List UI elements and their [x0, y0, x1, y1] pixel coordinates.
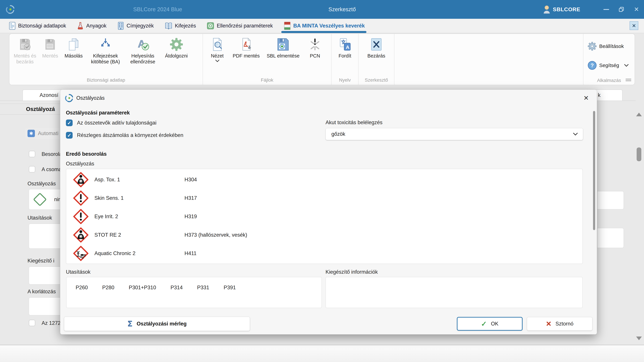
bg-checkbox-1272[interactable] [29, 320, 35, 326]
ribbon-group-label: Szerkesztő [358, 77, 394, 83]
tab-cimjegyzek[interactable]: Címjegyzék [118, 19, 154, 33]
pdf-save-button[interactable]: PDF mentés [230, 36, 262, 59]
target-icon [207, 22, 214, 29]
scroll-down-arrow[interactable] [636, 337, 642, 340]
classification-row[interactable]: Asp. Tox. 1 H304 [66, 170, 582, 189]
ghs08-health-hazard-icon [73, 172, 89, 188]
preview-icon [211, 36, 224, 52]
rework-button[interactable]: Átdolgozni [161, 36, 192, 59]
tab-label: Biztonsági adatlapok [18, 23, 66, 29]
user-name: SBLCORE [553, 6, 580, 12]
active-tab-underline [281, 31, 366, 33]
tab-label: Címjegyzék [126, 23, 154, 29]
copy-button[interactable]: Másolás [61, 36, 86, 59]
translate-button[interactable]: A Fordít [333, 36, 357, 59]
app-logo-icon [5, 4, 16, 14]
bg-checkbox-label: Besorola [42, 151, 62, 157]
dropdown-value: gőzök [332, 131, 573, 137]
save-and-close-button: Mentés és bezárás [11, 36, 39, 65]
checkbox-row-environment[interactable]: ✓ Részleges átszámolás a környezet érdek… [66, 132, 183, 139]
ribbon-group-alkalmazas: Beállítások ? Segítség Alkalmazás [583, 34, 634, 85]
scroll-up-arrow[interactable] [636, 113, 642, 116]
ribbon-spacer [394, 34, 583, 85]
close-icon: ✕ [634, 6, 639, 13]
classification-name: Asp. Tox. 1 [94, 177, 184, 183]
tab-biztonsagi-adatlapok[interactable]: Biztonsági adatlapok [9, 19, 66, 33]
ribbon-group-biztonsagi-adatlap: Mentés és bezárás Mentés [10, 34, 203, 85]
button-label: Helyesírás ellenőrzése [125, 53, 161, 65]
checkbox-row-additive[interactable]: ✓ Az összetevők aditív tulajdonságai [66, 119, 156, 126]
bg-restriction-label: A korlátozás [28, 289, 56, 295]
auto-gear-icon: ✱ [28, 130, 35, 137]
classification-name: Aquatic Chronic 2 [94, 250, 184, 256]
p-code: P280 [102, 285, 114, 308]
ribbon-group-szerkeszto: Bezárás Szerkesztő [358, 34, 394, 85]
checkbox-checked-icon: ✓ [66, 132, 72, 139]
button-label: Nézet [211, 53, 224, 59]
button-label: Átdolgozni [165, 53, 188, 59]
building-icon [118, 22, 124, 30]
supplementary-box[interactable] [326, 277, 582, 308]
classification-row[interactable]: Eye Irrit. 2 H319 [66, 207, 582, 226]
restore-button[interactable] [614, 0, 629, 19]
page-tab-label: k [598, 92, 600, 98]
tab-kifejezes[interactable]: Kifejezés [165, 19, 196, 33]
close-window-button[interactable]: ✕ [629, 0, 644, 19]
p-code: P314 [170, 285, 183, 308]
check-icon: ✓ [481, 320, 487, 328]
module-tab-bar: Biztonsági adatlapok Anyagok Címjegyzék … [0, 19, 644, 33]
pcn-button[interactable]: PCN [304, 36, 326, 59]
classification-row[interactable]: STOT RE 2 H373 (hallószervek, vesék) [66, 226, 582, 244]
datasheets-icon [9, 22, 16, 30]
tab-label: Ellenőrzési paraméterek [217, 23, 273, 29]
spellcheck-button[interactable]: A Helyesírás ellenőrzése [125, 36, 161, 65]
book-icon [165, 22, 172, 29]
button-label: Bezárás [368, 53, 385, 59]
dialog-logo-icon [65, 94, 74, 102]
settings-label: Beállítások [599, 43, 624, 49]
view-button[interactable]: Nézet [204, 36, 230, 62]
settings-button[interactable]: Beállítások [588, 42, 624, 51]
user-menu[interactable]: SBLCORE [543, 5, 580, 14]
classification-balance-button[interactable]: Σ Osztályozási mérleg [64, 317, 250, 331]
bg-checkbox-csomag[interactable] [29, 166, 35, 172]
fill-phrases-button[interactable]: Kifejezések kitöltése (BA) [86, 36, 125, 65]
tab-label: Kifejezés [175, 23, 196, 29]
precaution-codes-box[interactable]: P260 P280 P301+P310 P314 P331 P391 [66, 277, 322, 308]
cancel-button[interactable]: ✕ Sztornó [527, 317, 592, 331]
close-editor-icon [370, 36, 382, 52]
hazard-code: H317 [184, 195, 197, 201]
title-bar: SBLCore 2024 Blue Szerkesztő SBLCORE ✕ [0, 0, 644, 19]
p-code: P331 [197, 285, 209, 308]
minimize-button[interactable] [599, 0, 614, 19]
tab-ba-minta-veszelyes-keverek[interactable]: BA MINTA Veszélyes keverék [284, 19, 365, 33]
dialog-close-button[interactable]: ✕ [582, 94, 590, 102]
acute-toxicity-dropdown[interactable]: gőzök [326, 128, 583, 140]
sbl-save-button[interactable]: SBL elmentése [262, 36, 304, 59]
cancel-button-label: Sztornó [556, 321, 574, 327]
help-icon: ? [588, 61, 596, 70]
classification-list[interactable]: Asp. Tox. 1 H304 Skin Sens. 1 H317 Eye I… [66, 169, 583, 264]
help-label: Segítség [599, 62, 619, 68]
ok-button[interactable]: ✓ OK [457, 317, 522, 331]
classification-row[interactable]: Aquatic Chronic 2 H411 [66, 244, 582, 263]
tab-anyagok[interactable]: Anyagok [77, 19, 106, 33]
classification-row[interactable]: Skin Sens. 1 H317 [66, 189, 582, 207]
close-document-tab-button[interactable]: ✕ [630, 21, 638, 30]
bg-checkbox-besorolas[interactable] [29, 151, 35, 157]
dialog-scrollbar-thumb[interactable] [593, 111, 595, 230]
tab-ellenorzesi-parameterek[interactable]: Ellenőrzési paraméterek [207, 19, 273, 33]
pdf-icon [240, 36, 253, 52]
p-code: P391 [224, 285, 236, 308]
group-menu-icon[interactable] [626, 78, 631, 82]
scrollbar-thumb[interactable] [636, 147, 641, 161]
classification-name: STOT RE 2 [94, 232, 184, 238]
close-editor-button[interactable]: Bezárás [360, 36, 392, 59]
dialog-title: Osztályozás [76, 95, 105, 101]
supplementary-label: Kiegészítő információk [326, 269, 378, 275]
ribbon-group-fajlok: Nézet PDF mentés [203, 34, 332, 85]
ribbon-group-label: Nyelv [332, 77, 358, 83]
help-button[interactable]: ? Segítség [588, 61, 629, 70]
button-label: PCN [310, 53, 320, 59]
copy-icon [67, 36, 80, 52]
